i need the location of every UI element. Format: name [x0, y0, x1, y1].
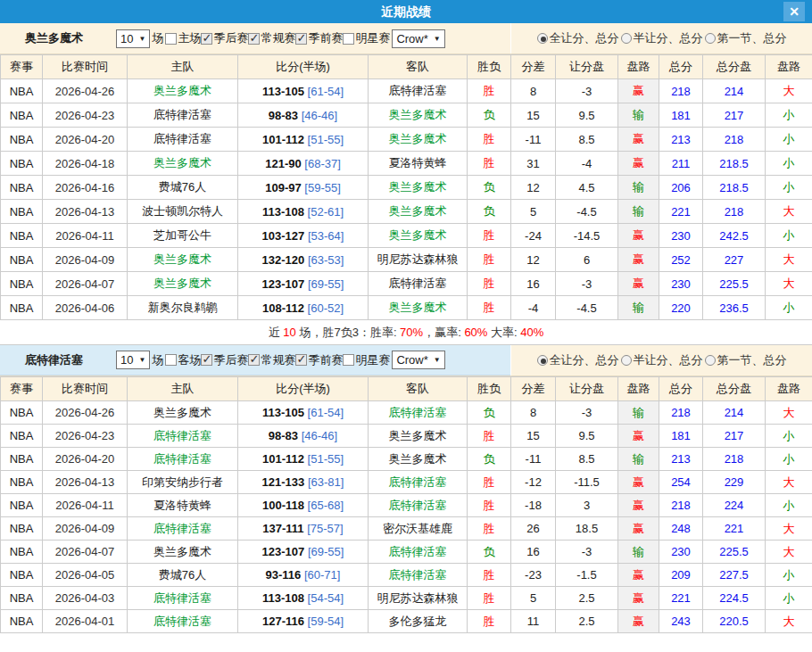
- total-line-cell: 214: [703, 79, 766, 103]
- total-line-cell: 218: [703, 128, 766, 152]
- final-score: 123-107: [262, 545, 305, 558]
- filter-checkbox[interactable]: 常规赛: [248, 352, 295, 368]
- point-diff-cell: -12: [511, 471, 556, 494]
- filter-left: 奥兰多魔术10▼场主场季后赛常规赛季前赛明星赛Crow*▼: [0, 23, 510, 54]
- point-diff-cell: -4: [511, 296, 556, 320]
- date-cell: 2026-04-18: [43, 152, 128, 176]
- close-button[interactable]: ✕: [783, 2, 805, 21]
- game-row: NBA2026-04-23底特律活塞98-83 [46-46]奥兰多魔术负159…: [1, 103, 812, 128]
- filter-row: 奥兰多魔术10▼场主场季后赛常规赛季前赛明星赛Crow*▼全让分、总分半让分、总…: [0, 23, 812, 54]
- games-count-select[interactable]: 10▼: [116, 29, 150, 48]
- game-row: NBA2026-04-07奥兰多魔术123-107 [69-55]底特律活塞胜1…: [1, 272, 812, 296]
- filter-checkbox[interactable]: 季后赛: [201, 352, 248, 368]
- over-under-cell: 小: [766, 425, 812, 448]
- score-cell: 132-120 [63-53]: [238, 248, 369, 272]
- game-row: NBA2026-04-20底特律活塞101-112 [51-55]奥兰多魔术胜-…: [1, 128, 812, 152]
- filter-checkbox[interactable]: 季前赛: [295, 352, 343, 368]
- league-cell: NBA: [1, 517, 43, 541]
- radio-icon: [705, 355, 716, 366]
- filter-left: 底特律活塞10▼场客场季后赛常规赛季前赛明星赛Crow*▼: [0, 345, 510, 376]
- date-cell: 2026-04-11: [43, 224, 128, 248]
- result-cell: 胜: [468, 517, 511, 541]
- game-row: NBA2026-04-26奥兰多魔术113-105 [61-54]底特律活塞胜8…: [1, 79, 812, 103]
- final-score: 101-112: [262, 452, 304, 466]
- checkbox-label: 明星赛: [355, 30, 390, 46]
- total-points-cell: 213: [659, 128, 703, 152]
- handicap-result-cell: 赢: [618, 425, 659, 448]
- over-under-cell: 小: [766, 564, 812, 587]
- game-row: NBA2026-04-23底特律活塞98-83 [46-46]奥兰多魔术胜159…: [1, 425, 812, 448]
- total-points-cell: 213: [659, 448, 703, 471]
- filter-checkbox[interactable]: 主场: [165, 30, 201, 46]
- final-score: 113-108: [262, 591, 304, 605]
- total-points-cell: 230: [659, 272, 703, 296]
- handicap-result-cell: 赢: [618, 564, 659, 587]
- total-points-cell: 209: [659, 564, 703, 587]
- result-cell: 胜: [468, 610, 511, 633]
- date-cell: 2026-04-03: [43, 587, 128, 610]
- over-under-cell: 小: [766, 224, 812, 248]
- summary-segment: ，赢率:: [423, 326, 464, 339]
- summary-row: 近 10 场，胜7负3：胜率: 70%，赢率: 60% 大率: 40%: [0, 320, 812, 345]
- chevron-down-icon: ▼: [434, 356, 441, 364]
- handicap-result-cell: 输: [618, 448, 659, 471]
- radio-option[interactable]: 半让分、总分: [621, 352, 703, 368]
- away-team-cell: 奥兰多魔术: [369, 296, 468, 320]
- total-line-cell: 220.5: [703, 610, 766, 633]
- radio-option[interactable]: 半让分、总分: [621, 30, 703, 46]
- home-team-cell: 夏洛特黄蜂: [128, 494, 238, 517]
- handicap-cell: -3: [556, 541, 618, 564]
- away-team-cell: 奥兰多魔术: [369, 128, 468, 152]
- column-header: 比分(半场): [238, 55, 369, 79]
- filter-checkbox[interactable]: 客场: [165, 352, 201, 368]
- column-header: 总分盘: [703, 377, 766, 401]
- result-cell: 负: [468, 200, 511, 224]
- home-team-cell: 底特律活塞: [128, 610, 238, 633]
- series-select[interactable]: Crow*▼: [392, 351, 444, 369]
- radio-option[interactable]: 全让分、总分: [537, 352, 619, 368]
- filter-checkbox[interactable]: 常规赛: [248, 30, 295, 46]
- total-line-cell: 227.5: [703, 564, 766, 587]
- result-cell: 胜: [468, 248, 511, 272]
- home-team-cell: 印第安纳步行者: [128, 471, 238, 494]
- filter-checkbox[interactable]: 季前赛: [295, 30, 343, 46]
- halftime-score: [61-54]: [308, 85, 344, 98]
- radio-option[interactable]: 第一节、总分: [705, 30, 787, 46]
- summary-segment: 40%: [520, 326, 543, 339]
- radio-option[interactable]: 全让分、总分: [537, 30, 619, 46]
- home-team-cell: 底特律活塞: [128, 448, 238, 471]
- halftime-score: [46-46]: [302, 109, 337, 122]
- unchecked-checkbox-icon: [165, 33, 177, 45]
- filter-checkbox[interactable]: 明星赛: [343, 352, 390, 368]
- filter-checkbox[interactable]: 季后赛: [201, 30, 248, 46]
- over-under-cell: 小: [766, 128, 812, 152]
- filter-row: 底特律活塞10▼场客场季后赛常规赛季前赛明星赛Crow*▼全让分、总分半让分、总…: [0, 345, 812, 376]
- home-team-cell: 新奥尔良鹈鹕: [128, 296, 238, 320]
- unchecked-checkbox-icon: [165, 354, 177, 366]
- over-under-cell: 大: [766, 272, 812, 296]
- filter-checkbox[interactable]: 明星赛: [343, 30, 390, 46]
- column-header: 胜负: [468, 377, 511, 401]
- total-points-cell: 254: [659, 471, 703, 494]
- date-cell: 2026-04-20: [43, 128, 128, 152]
- handicap-cell: -4: [556, 152, 618, 176]
- score-cell: 123-107 [69-55]: [238, 272, 369, 296]
- over-under-cell: 小: [766, 103, 812, 128]
- game-row: NBA2026-04-09底特律活塞137-111 [75-57]密尔沃基雄鹿胜…: [1, 517, 812, 541]
- final-score: 113-105: [262, 406, 304, 419]
- final-score: 103-127: [262, 229, 305, 243]
- handicap-cell: 9.5: [556, 103, 618, 128]
- game-row: NBA2026-04-05费城76人93-116 [60-71]底特律活塞胜-2…: [1, 564, 812, 587]
- checkbox-label: 季前赛: [308, 30, 343, 46]
- column-header: 总分: [659, 55, 703, 79]
- halftime-score: [54-54]: [308, 591, 344, 605]
- checkbox-label: 常规赛: [261, 352, 295, 368]
- radio-option[interactable]: 第一节、总分: [705, 352, 787, 368]
- games-count-select[interactable]: 10▼: [116, 351, 150, 369]
- total-points-cell: 218: [659, 494, 703, 517]
- handicap-cell: 3: [556, 494, 618, 517]
- game-row: NBA2026-04-11芝加哥公牛103-127 [53-64]奥兰多魔术胜-…: [1, 224, 812, 248]
- score-cell: 121-90 [68-37]: [238, 152, 369, 176]
- series-select[interactable]: Crow*▼: [392, 29, 444, 48]
- radio-label: 第一节、总分: [717, 352, 787, 368]
